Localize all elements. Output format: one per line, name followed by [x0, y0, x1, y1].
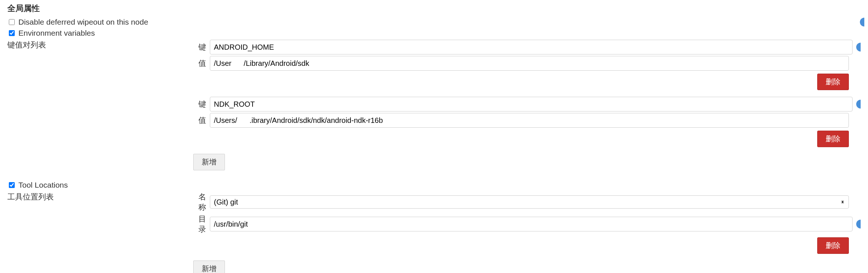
delete-button[interactable]: 删除: [817, 237, 849, 254]
tool-locations-row: Tool Locations: [7, 181, 861, 189]
section-title: 全局属性: [7, 3, 861, 14]
env-vars-checkbox[interactable]: [9, 30, 15, 36]
value-label: 值: [193, 58, 206, 68]
help-icon[interactable]: [856, 43, 861, 52]
value-label: 值: [193, 115, 206, 125]
env-item: 键 值 删除: [193, 97, 857, 147]
env-key-input[interactable]: [210, 40, 853, 54]
help-icon[interactable]: [856, 100, 861, 109]
env-list-label: 键值对列表: [7, 40, 193, 50]
env-vars-label: Environment variables: [18, 29, 95, 38]
tool-name-label: 名称: [193, 192, 206, 212]
key-label: 键: [193, 99, 206, 109]
tool-dir-input[interactable]: [210, 217, 853, 231]
env-item: 键 值 删除: [193, 40, 857, 90]
disable-wipeout-label: Disable deferred wipeout on this node: [18, 18, 148, 26]
tool-locations-checkbox[interactable]: [9, 182, 15, 188]
delete-button[interactable]: 删除: [817, 131, 849, 147]
tool-locations-label: Tool Locations: [18, 181, 68, 189]
add-button[interactable]: 新增: [193, 154, 225, 170]
disable-wipeout-row: Disable deferred wipeout on this node: [7, 18, 861, 26]
tool-name-select[interactable]: (Git) git: [210, 195, 849, 209]
env-value-input[interactable]: [210, 113, 849, 128]
tool-dir-label: 目录: [193, 214, 206, 234]
env-value-input[interactable]: [210, 56, 849, 71]
delete-button[interactable]: 删除: [817, 74, 849, 90]
tools-list-label: 工具位置列表: [7, 192, 193, 202]
disable-wipeout-checkbox[interactable]: [9, 19, 15, 25]
add-button[interactable]: 新增: [193, 260, 225, 273]
env-key-input[interactable]: [210, 97, 853, 111]
help-icon[interactable]: [860, 18, 864, 26]
help-icon[interactable]: [856, 220, 861, 228]
env-vars-row: Environment variables: [7, 29, 861, 38]
key-label: 键: [193, 42, 206, 52]
